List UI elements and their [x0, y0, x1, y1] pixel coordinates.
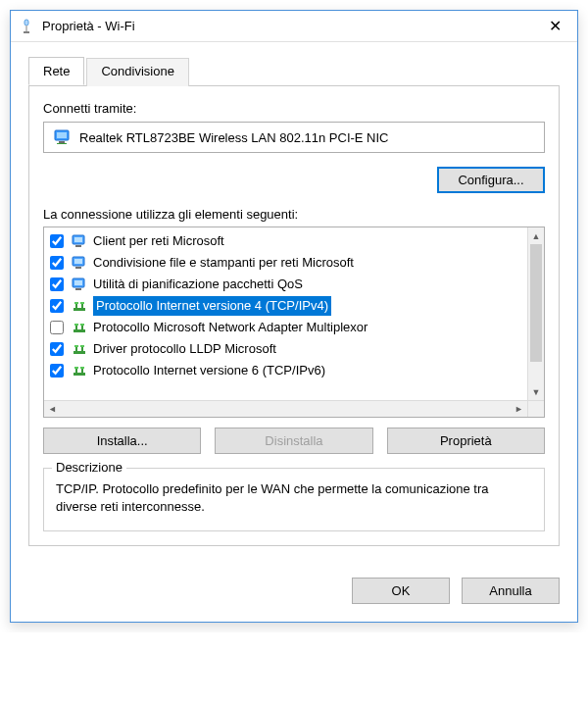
uninstall-button: Disinstalla: [215, 428, 372, 454]
svg-rect-32: [75, 369, 77, 373]
svg-rect-27: [75, 347, 77, 351]
item-label: Client per reti Microsoft: [93, 231, 224, 251]
configure-button[interactable]: Configura...: [437, 167, 545, 193]
list-item[interactable]: Protocollo Internet versione 4 (TCP/IPv4…: [46, 295, 525, 317]
list-item[interactable]: Protocollo Internet versione 6 (TCP/IPv6…: [46, 360, 525, 381]
svg-rect-26: [74, 351, 85, 354]
svg-rect-35: [80, 367, 84, 369]
description-group: Descrizione TCP/IP. Protocollo predefini…: [43, 468, 545, 531]
item-label: Utilità di pianificazione pacchetti QoS: [93, 275, 303, 294]
monitor-icon: [54, 129, 72, 145]
tabstrip: Rete Condivisione: [28, 57, 560, 86]
elements-label: La connessione utilizza gli elementi seg…: [43, 207, 545, 222]
list-item[interactable]: Driver protocollo LLDP Microsoft: [46, 338, 525, 360]
svg-rect-2: [24, 31, 29, 33]
item-label: Protocollo Internet versione 4 (TCP/IPv4…: [93, 296, 331, 316]
configure-row: Configura...: [43, 167, 545, 193]
svg-rect-8: [74, 237, 82, 242]
components-listbox[interactable]: Client per reti MicrosoftCondivisione fi…: [43, 227, 545, 418]
description-legend: Descrizione: [52, 460, 126, 475]
item-checkbox[interactable]: [50, 234, 64, 248]
list-item[interactable]: Protocollo Microsoft Network Adapter Mul…: [46, 317, 525, 338]
svg-rect-29: [74, 345, 78, 347]
proto-icon: [72, 341, 87, 357]
svg-rect-6: [57, 143, 67, 144]
svg-rect-22: [75, 326, 77, 329]
svg-rect-14: [74, 280, 82, 285]
qos-icon: [72, 277, 87, 292]
scroll-up-icon[interactable]: ▲: [528, 227, 544, 244]
cancel-button[interactable]: Annulla: [462, 578, 560, 604]
svg-rect-20: [80, 302, 84, 304]
item-checkbox[interactable]: [50, 277, 64, 291]
svg-rect-23: [81, 326, 83, 329]
svg-rect-33: [81, 369, 83, 373]
horizontal-scrollbar[interactable]: ◄ ►: [44, 400, 544, 417]
connect-via-label: Connetti tramite:: [43, 101, 545, 116]
item-label: Protocollo Internet versione 6 (TCP/IPv6…: [93, 361, 325, 380]
svg-rect-16: [74, 308, 85, 311]
svg-rect-28: [81, 347, 83, 351]
svg-rect-34: [74, 367, 78, 369]
dialog-buttons: OK Annulla: [11, 564, 577, 622]
description-text: TCP/IP. Protocollo predefinito per le WA…: [56, 480, 532, 515]
item-checkbox[interactable]: [50, 364, 64, 378]
item-checkbox[interactable]: [50, 321, 64, 334]
svg-rect-31: [74, 373, 85, 376]
item-label: Condivisione file e stampanti per reti M…: [93, 253, 354, 273]
adapter-name: Realtek RTL8723BE Wireless LAN 802.11n P…: [79, 130, 389, 145]
close-button[interactable]: ✕: [540, 17, 569, 35]
svg-rect-5: [59, 141, 65, 143]
ok-button[interactable]: OK: [352, 578, 450, 604]
adapter-box: Realtek RTL8723BE Wireless LAN 802.11n P…: [43, 122, 545, 153]
dialog-body: Rete Condivisione Connetti tramite: Real…: [11, 42, 577, 564]
tab-rete[interactable]: Rete: [28, 57, 84, 85]
vertical-scrollbar[interactable]: ▲ ▼: [527, 227, 544, 400]
list-item[interactable]: Condivisione file e stampanti per reti M…: [46, 252, 525, 274]
svg-rect-11: [74, 259, 82, 264]
component-buttons: Installa... Disinstalla Proprietà: [43, 428, 545, 454]
item-checkbox[interactable]: [50, 256, 64, 270]
svg-rect-17: [75, 304, 77, 308]
list-item[interactable]: Client per reti Microsoft: [46, 230, 525, 252]
scroll-down-icon[interactable]: ▼: [528, 383, 544, 400]
titlebar: Proprietà - Wi-Fi ✕: [11, 11, 577, 42]
svg-rect-30: [80, 345, 84, 347]
app-icon: [19, 19, 34, 34]
scroll-left-icon[interactable]: ◄: [44, 401, 61, 417]
svg-rect-21: [74, 329, 85, 332]
properties-dialog: Proprietà - Wi-Fi ✕ Rete Condivisione Co…: [10, 10, 578, 623]
svg-rect-0: [24, 20, 28, 25]
window-title: Proprietà - Wi-Fi: [42, 19, 540, 33]
tabpage-rete: Connetti tramite: Realtek RTL8723BE Wire…: [28, 85, 560, 546]
scroll-thumb[interactable]: [530, 244, 542, 362]
svg-rect-19: [74, 302, 78, 304]
proto-icon: [72, 320, 87, 335]
svg-rect-9: [75, 245, 81, 247]
list-item[interactable]: Utilità di pianificazione pacchetti QoS: [46, 274, 525, 295]
svg-rect-4: [57, 132, 67, 138]
properties-button[interactable]: Proprietà: [387, 428, 545, 454]
tab-condivisione[interactable]: Condivisione: [86, 58, 188, 86]
svg-rect-12: [75, 267, 81, 269]
item-label: Driver protocollo LLDP Microsoft: [93, 339, 276, 359]
svg-rect-18: [81, 304, 83, 308]
item-checkbox[interactable]: [50, 299, 64, 313]
client-icon: [72, 233, 87, 249]
install-button[interactable]: Installa...: [43, 428, 201, 454]
scroll-right-icon[interactable]: ►: [511, 401, 527, 417]
proto-icon: [72, 363, 87, 378]
svg-rect-25: [80, 324, 84, 326]
svg-rect-24: [74, 324, 78, 326]
svg-rect-15: [75, 288, 81, 290]
scroll-corner: [527, 401, 544, 417]
item-label: Protocollo Microsoft Network Adapter Mul…: [93, 318, 368, 337]
svg-rect-1: [25, 25, 27, 31]
item-checkbox[interactable]: [50, 342, 64, 356]
share-icon: [72, 255, 87, 271]
proto-icon: [72, 298, 87, 314]
